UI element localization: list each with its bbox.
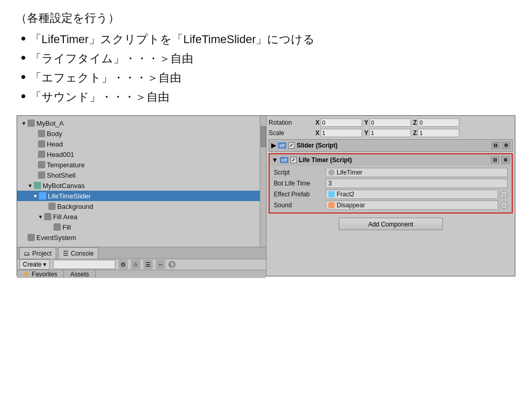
star-icon: ★ [23, 270, 30, 278]
effect-prefab-value: Fract2 [326, 190, 498, 199]
hierarchy-item-mybotcanvas[interactable]: ▼ MyBotCanvas [17, 180, 266, 191]
hierarchy-item-mybot-a[interactable]: ▼ MyBot_A [17, 118, 266, 128]
item-label: Head [47, 140, 63, 148]
list-item: • 「サウンド」・・・＞自由 [21, 89, 516, 105]
toolbar-icon-2[interactable]: ☆ [131, 260, 140, 269]
folder-icon: 🗂 [24, 250, 30, 257]
bot-life-time-row: Bot Life Time 3 [274, 178, 508, 189]
favorites-label: Favorites [32, 271, 57, 278]
scale-xyz: X Y Z [315, 129, 459, 137]
bottom-tabs: 🗂 Project ☰ Console Create ▾ ⚙ ☆ ☰ [17, 247, 266, 276]
hierarchy-scrollbar[interactable] [260, 116, 266, 247]
hierarchy-item-lifetimeslider[interactable]: ▼ LifeTimeSlider [17, 191, 266, 201]
rotation-z-item: Z [413, 118, 459, 127]
scale-x-input[interactable] [321, 129, 362, 137]
toolbar-icon-4[interactable]: ↔ [156, 260, 165, 269]
item-label: Head001 [47, 151, 74, 158]
badge-count: 9 [168, 261, 176, 268]
list-item: • 「エフェクト」・・・＞自由 [21, 70, 516, 86]
hierarchy-item-fill[interactable]: Fill [17, 222, 266, 232]
bot-life-time-label: Bot Life Time [274, 180, 326, 187]
component-header-icons: ⊟ ⚙ [491, 156, 510, 164]
life-timer-header[interactable]: ▼ c# ✓ Life Timer (Script) ⊟ ⚙ [270, 154, 512, 166]
scrollbar-thumb[interactable] [261, 126, 266, 147]
item-label: Fill Area [53, 213, 77, 221]
hierarchy-item-temperature[interactable]: Temperature [17, 159, 266, 170]
hierarchy-item-shotshell[interactable]: ShotShell [17, 170, 266, 180]
expand-arrow: ▼ [272, 156, 278, 164]
sound-value-text: Disappear [337, 202, 365, 209]
bullet-text: 「ライフタイム」・・・＞自由 [30, 51, 193, 66]
hierarchy-item-body[interactable]: Body [17, 128, 266, 139]
gameobj-icon [44, 213, 51, 220]
rotation-label: Rotation [269, 119, 315, 126]
effect-prefab-label: Effect Prefab [274, 191, 326, 198]
item-label: Background [57, 203, 93, 210]
search-input[interactable] [53, 260, 115, 269]
assets-tab[interactable]: Assets [64, 270, 96, 278]
bot-life-time-text: 3 [328, 180, 332, 187]
comp-icon-2[interactable]: ⚙ [501, 156, 510, 164]
scale-y-item: Y [364, 129, 411, 137]
console-tab[interactable]: ☰ Console [58, 247, 98, 259]
comp-icon-1[interactable]: ⊟ [491, 142, 500, 149]
rotation-y-input[interactable] [369, 118, 411, 127]
sound-circle-btn[interactable]: ○ [500, 202, 508, 209]
rotation-xyz: X Y Z [315, 118, 459, 127]
toolbar-bar: Create ▾ ⚙ ☆ ☰ ↔ 9 [17, 259, 266, 270]
arrow-icon: ▼ [38, 214, 44, 220]
scale-z-input[interactable] [418, 129, 459, 137]
slider-script-header[interactable]: ▶ c# ✓ Slider (Script) ⊟ ⚙ [269, 140, 512, 151]
cs-badge: c# [280, 157, 288, 163]
rotation-x-input[interactable] [321, 118, 362, 127]
effect-circle-btn[interactable]: ○ [500, 191, 508, 198]
hierarchy-item-head[interactable]: Head [17, 139, 266, 149]
scale-label: Scale [269, 129, 315, 137]
intro-text: （各種設定を行う） [16, 10, 516, 26]
arrow-icon: ▼ [33, 193, 39, 199]
prefab-icon [328, 191, 335, 197]
hierarchy-item-head001[interactable]: Head001 [17, 149, 266, 159]
sound-row: Sound Disappear ○ [274, 200, 508, 210]
slider-script-label: Slider (Script) [297, 142, 338, 149]
life-timer-label: Life Timer (Script) [299, 156, 352, 164]
project-tab[interactable]: 🗂 Project [19, 247, 56, 259]
rotation-z-input[interactable] [418, 118, 459, 127]
hierarchy-item-eventsystem[interactable]: EventSystem [17, 232, 266, 243]
bullet-text: 「LifeTimer」スクリプトを「LifeTimeSlider」につける [30, 32, 315, 47]
gameobj-icon [28, 119, 35, 127]
console-icon: ☰ [63, 250, 69, 257]
z-label: Z [413, 129, 417, 137]
tab-bar: 🗂 Project ☰ Console [17, 247, 266, 259]
bullet-text: 「サウンド」・・・＞自由 [30, 89, 169, 105]
favorites-tab[interactable]: ★ Favorites [17, 270, 64, 278]
inspector-content: Rotation X Y Z [267, 116, 515, 276]
hierarchy-item-fill-area[interactable]: ▼ Fill Area [17, 211, 266, 222]
effect-prefab-row: Effect Prefab Fract2 ○ [274, 189, 508, 200]
toolbar-icon-3[interactable]: ☰ [143, 260, 153, 269]
comp-icon-1[interactable]: ⊟ [491, 156, 499, 164]
add-component-label: Add Component [368, 221, 414, 228]
sound-value: Disappear [326, 201, 498, 210]
audio-icon [328, 202, 335, 208]
create-button[interactable]: Create ▾ [19, 259, 50, 270]
item-label: MyBot_A [36, 119, 64, 127]
gameobj-icon [54, 223, 61, 231]
hierarchy-panel: ▼ MyBot_A Body Head [17, 116, 267, 276]
effect-prefab-text: Fract2 [337, 191, 354, 198]
slider-script-component: ▶ c# ✓ Slider (Script) ⊟ ⚙ [269, 139, 513, 152]
life-timer-checkbox[interactable]: ✓ [290, 157, 297, 163]
inspector-panel: Rotation X Y Z [267, 116, 515, 276]
comp-icon-2[interactable]: ⚙ [502, 142, 510, 149]
expand-arrow: ▶ [271, 142, 276, 149]
scale-y-input[interactable] [369, 129, 411, 137]
hierarchy-item-background[interactable]: Background [17, 201, 266, 211]
rotation-y-item: Y [364, 118, 411, 127]
bullet-list: • 「LifeTimer」スクリプトを「LifeTimeSlider」につける … [16, 31, 516, 105]
script-field-label: Script [274, 169, 326, 176]
arrow-icon: ▼ [28, 183, 34, 189]
scale-z-item: Z [413, 129, 459, 137]
add-component-button[interactable]: Add Component [339, 218, 443, 230]
slider-checkbox[interactable]: ✓ [288, 142, 295, 149]
toolbar-icon-1[interactable]: ⚙ [118, 260, 128, 269]
